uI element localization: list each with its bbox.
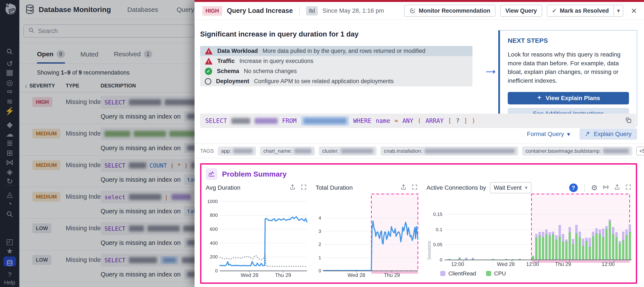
- monitor-icon: [409, 7, 416, 14]
- next-steps-body: Look for reasons why this query is readi…: [508, 50, 629, 85]
- expand-icon[interactable]: [300, 184, 307, 192]
- tag-pill[interactable]: chart_name:: [260, 147, 315, 156]
- export-icon[interactable]: [289, 184, 296, 192]
- chart-legend: ClientReadCPU: [440, 269, 632, 279]
- sql-token: WHERE: [354, 117, 372, 124]
- since-timestamp: Since May 28, 1:16 pm: [322, 7, 384, 14]
- query-actions-row: Format Query ▾ Explain Query: [200, 128, 637, 140]
- close-icon[interactable]: ×: [631, 6, 637, 15]
- sql-token: FROM: [282, 117, 296, 124]
- tag-pill[interactable]: cluster:: [319, 147, 376, 156]
- resolve-dropdown-caret[interactable]: ▾: [614, 5, 623, 16]
- tags-row: TAGS app:chart_name:cluster:cnab.install…: [194, 143, 644, 158]
- explain-query-button[interactable]: Explain Query: [580, 128, 637, 140]
- chevron-down-icon: ▾: [567, 131, 570, 138]
- total-duration-plot[interactable]: [323, 194, 418, 271]
- monitor-recommendation-button[interactable]: Monitor Recommendation: [404, 5, 496, 17]
- sql-token: [: [448, 117, 452, 124]
- copy-icon[interactable]: [625, 117, 632, 125]
- query-code-block: SELECTFROMWHEREname=ANY(ARRAY[?]): [200, 114, 636, 128]
- checklist-item-traffic: !TrafficIncrease in query executions: [200, 56, 472, 66]
- next-steps-arrow-icon: →: [483, 60, 498, 78]
- redacted-text: [231, 118, 250, 124]
- severity-top-bar: [194, 0, 644, 2]
- sql-token: ANY: [402, 117, 413, 124]
- sparkle-icon: [585, 131, 591, 138]
- tags-label: TAGS: [200, 148, 214, 154]
- problem-summary-icon: [206, 168, 217, 180]
- avg-duration-plot[interactable]: [220, 194, 307, 271]
- sql-token: SELECT: [205, 117, 227, 124]
- legend-swatch: [486, 271, 491, 276]
- gear-icon[interactable]: ⚙: [591, 184, 598, 191]
- total-duration-chart: Total Duration 01234 Wed 28Thu 29: [316, 182, 418, 279]
- warning-icon: !: [205, 48, 212, 54]
- chart-title-total-duration: Total Duration: [316, 184, 353, 191]
- redacted-highlighted-text: [301, 116, 349, 126]
- checklist-item-deployment: DeploymentConfigure APM to see related a…: [200, 76, 472, 86]
- legend-item-cpu[interactable]: CPU: [486, 270, 506, 277]
- checklist-item-schema: ✓SchemaNo schema changes: [200, 66, 472, 76]
- format-query-link[interactable]: Format Query ▾: [527, 131, 570, 138]
- view-explain-plans-button[interactable]: View Explain Plans: [508, 92, 629, 104]
- wand-icon: [536, 95, 542, 102]
- wait-event-dropdown[interactable]: Wait Event ▾: [490, 182, 531, 193]
- chart-title-active-connections: Active Connections by: [426, 184, 486, 191]
- sql-token: ARRAY: [426, 117, 444, 124]
- active-connections-plot[interactable]: [444, 194, 632, 260]
- chart-title-avg-duration: Avg Duration: [206, 184, 240, 191]
- check-icon: ✓: [552, 7, 557, 14]
- avg-duration-chart: Avg Duration 02004006008001000 Wed 28Thu…: [206, 182, 307, 279]
- chevron-down-icon: ▾: [525, 185, 528, 191]
- tag-pill[interactable]: cnab.installation:: [380, 147, 518, 156]
- sql-token: =: [394, 117, 398, 124]
- next-steps-box: NEXT STEPS Look for reasons why this que…: [498, 30, 637, 126]
- sql-token: ?: [456, 117, 460, 124]
- sql-token: name: [376, 117, 390, 124]
- tags-more-badge[interactable]: +59: [636, 147, 644, 156]
- mark-resolved-button[interactable]: ✓ Mark as Resolved ▾: [547, 5, 624, 17]
- legend-swatch: [440, 271, 446, 276]
- empty-circle-icon: [205, 78, 211, 85]
- view-query-button[interactable]: View Query: [500, 5, 542, 17]
- divider: [584, 183, 585, 192]
- problem-summary-title: Problem Summary: [222, 170, 286, 178]
- live-signal-icon[interactable]: [602, 184, 609, 192]
- sessions-axis-label: Sessions: [426, 194, 432, 260]
- screen: ↺▦◎∞≋⚡◆☁≣⊞⋈◈↻◬◔◰★ ? Help Database Monito…: [0, 0, 644, 287]
- signal-checklist: !Data WorkloadMore data pulled in by the…: [200, 46, 472, 86]
- dim-overlay: [0, 0, 194, 287]
- sql-token: (: [418, 117, 421, 124]
- next-steps-title: NEXT STEPS: [508, 37, 629, 44]
- divider: [299, 6, 300, 15]
- recommendation-detail-panel: HIGH Query Load Increase 8d Since May 28…: [194, 0, 644, 287]
- help-circle-icon[interactable]: ?: [569, 183, 578, 192]
- panel-body: Significant increase in query duration f…: [194, 20, 644, 287]
- export-icon[interactable]: [400, 184, 407, 192]
- sql-token: ]: [464, 117, 468, 124]
- age-badge: 8d: [306, 6, 318, 15]
- tag-pill[interactable]: app:: [218, 147, 256, 156]
- tag-pill[interactable]: container.baseimage.buildstamp:: [522, 147, 632, 156]
- severity-badge: HIGH: [202, 6, 222, 16]
- export-icon[interactable]: [614, 184, 620, 192]
- active-connections-chart: Active Connections by Wait Event ▾ ? ⚙: [426, 182, 632, 279]
- redacted-text: [254, 118, 278, 124]
- legend-item-clientread[interactable]: ClientRead: [440, 270, 476, 277]
- problem-summary-panel: Problem Summary Avg Duration 02004006008…: [200, 163, 637, 284]
- expand-icon[interactable]: [412, 184, 418, 192]
- warning-icon: !: [205, 58, 212, 65]
- panel-title: Query Load Increase: [227, 7, 293, 14]
- panel-header: HIGH Query Load Increase 8d Since May 28…: [194, 2, 644, 20]
- check-circle-icon: ✓: [205, 68, 212, 75]
- checklist-item-data-workload: !Data WorkloadMore data pulled in by the…: [200, 46, 472, 56]
- sql-token: ): [472, 117, 476, 124]
- expand-icon[interactable]: [625, 184, 632, 192]
